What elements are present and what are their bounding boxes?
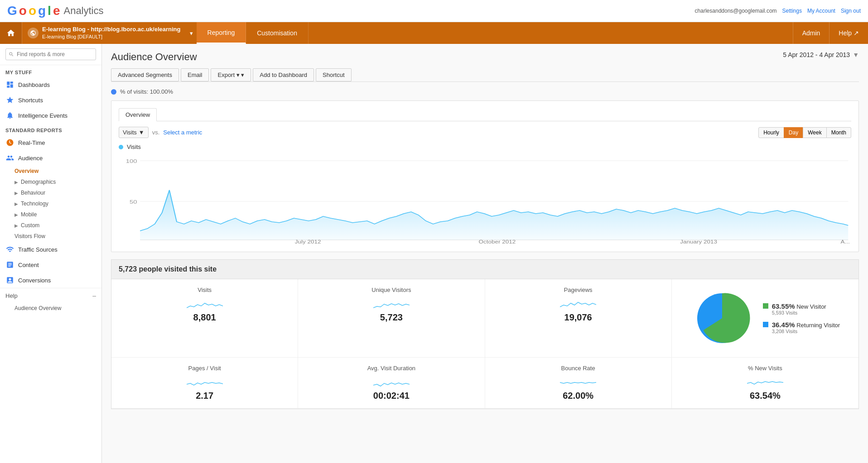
dashboards-label: Dashboards (18, 81, 50, 88)
chevron-icon: ▶ (14, 212, 18, 217)
sidebar-item-traffic-sources[interactable]: Traffic Sources (0, 242, 101, 257)
metric-dropdown-arrow: ▼ (139, 129, 145, 136)
behaviour-label: Behaviour (21, 190, 45, 196)
standard-reports-label: STANDARD REPORTS (0, 123, 101, 135)
pie-legend-returning-visitor: 36.45% Returning Visitor 3,208 Visits (763, 321, 840, 334)
avg-duration-sparkline-svg (373, 376, 410, 389)
tab-overview[interactable]: Overview (119, 108, 157, 121)
mobile-label: Mobile (21, 211, 37, 218)
search-input[interactable] (5, 48, 96, 60)
stat-new-visits: % New Visits 63.54% (672, 358, 858, 409)
nav-right-buttons: Admin Help ↗ (793, 22, 868, 44)
home-button[interactable] (0, 22, 22, 44)
unique-visitors-sparkline-svg (373, 298, 410, 310)
stat-bounce-rate-value: 62.00% (492, 391, 664, 401)
time-buttons: Hourly Day Week Month (759, 127, 851, 138)
time-week[interactable]: Week (803, 127, 826, 138)
email-button[interactable]: Email (181, 68, 209, 81)
metric-select-dropdown[interactable]: Visits ▼ (119, 127, 149, 138)
conversions-label: Conversions (18, 277, 51, 284)
date-range-selector[interactable]: 5 Apr 2012 - 4 Apr 2013 ▼ (783, 51, 859, 58)
account-dropdown-button[interactable]: ▾ (186, 22, 197, 44)
content-label: Content (18, 262, 39, 268)
time-day[interactable]: Day (784, 127, 803, 138)
chart-svg-wrapper: 100 50 (119, 154, 851, 244)
demographics-label: Demographics (21, 179, 56, 185)
sidebar-item-shortcuts[interactable]: Shortcuts (0, 92, 101, 108)
sidebar-sub-technology[interactable]: ▶ Technology (0, 198, 101, 209)
account-site: E-learning Blog - http://blog.lboro.ac.u… (42, 26, 181, 33)
new-visitor-visits: 5,593 Visits (772, 310, 826, 315)
sidebar: MY STUFF Dashboards Shortcuts Intelligen… (0, 44, 102, 463)
stat-unique-visitors-label: Unique Visitors (305, 286, 477, 293)
select-metric-link[interactable]: Select a metric (163, 129, 202, 136)
admin-button[interactable]: Admin (793, 22, 829, 44)
pageviews-sparkline-svg (560, 298, 596, 310)
segment-dot (111, 89, 116, 95)
content-area: Audience Overview 5 Apr 2012 - 4 Apr 201… (102, 44, 868, 463)
tab-customisation[interactable]: Customisation (246, 22, 309, 44)
nav-tabs: Reporting Customisation (197, 22, 309, 44)
sidebar-sub-behaviour[interactable]: ▶ Behaviour (0, 187, 101, 198)
page-header: Audience Overview 5 Apr 2012 - 4 Apr 201… (111, 51, 859, 63)
sidebar-help-audience-overview[interactable]: Audience Overview (0, 303, 101, 314)
tab-reporting[interactable]: Reporting (197, 22, 246, 44)
sidebar-item-conversions[interactable]: Conversions (0, 272, 101, 288)
logo-letter-g2: g (38, 4, 46, 18)
overview-label: Overview (14, 168, 39, 174)
collapse-icon[interactable]: – (92, 292, 96, 299)
sidebar-item-audience[interactable]: Audience (0, 150, 101, 166)
sidebar-sub-mobile[interactable]: ▶ Mobile (0, 209, 101, 220)
new-visitor-text: 63.55% New Visitor 5,593 Visits (772, 302, 826, 315)
main-layout: MY STUFF Dashboards Shortcuts Intelligen… (0, 44, 868, 463)
add-to-dashboard-button[interactable]: Add to Dashboard (253, 68, 314, 81)
stat-visits: Visits 8,801 (111, 279, 298, 358)
dashboard-icon (5, 80, 14, 89)
chevron-icon: ▶ (14, 191, 18, 196)
stat-unique-visitors-sparkline (305, 297, 477, 310)
new-visitor-pct: 63.55% (772, 302, 795, 310)
top-right-nav: charlesanddons@googlemail.com Settings M… (695, 8, 861, 14)
advanced-segments-button[interactable]: Advanced Segments (111, 68, 179, 81)
time-hourly[interactable]: Hourly (758, 127, 784, 138)
sidebar-sub-overview[interactable]: Overview (0, 166, 101, 177)
sidebar-sub-demographics[interactable]: ▶ Demographics (0, 177, 101, 187)
help-button[interactable]: Help ↗ (829, 22, 868, 44)
home-icon (6, 29, 15, 38)
account-selector[interactable]: E-learning Blog - http://blog.lboro.ac.u… (22, 22, 186, 44)
export-button[interactable]: Export ▾ (211, 68, 251, 81)
logo: G o o g l e Analytics (7, 4, 104, 18)
custom-label: Custom (21, 222, 39, 229)
svg-text:October 2012: October 2012 (479, 239, 516, 244)
my-account-link[interactable]: My Account (807, 8, 835, 14)
sidebar-item-realtime[interactable]: Real-Time (0, 135, 101, 150)
chart-controls: Visits ▼ vs. Select a metric Hourly Day … (119, 127, 851, 138)
stat-pageviews: Pageviews 19,076 (485, 279, 672, 358)
chevron-icon: ▶ (14, 223, 18, 228)
conversions-icon (5, 276, 14, 285)
stat-pages-visit-value: 2.17 (119, 391, 290, 401)
chart-legend: Visits (119, 143, 851, 150)
account-globe-icon (28, 28, 39, 38)
date-range-text: 5 Apr 2012 - 4 Apr 2013 (783, 51, 850, 58)
page-title: Audience Overview (111, 51, 197, 63)
nav-spacer (309, 22, 793, 44)
sidebar-sub-visitors-flow[interactable]: Visitors Flow (0, 231, 101, 242)
stat-new-visits-label: % New Visits (679, 365, 851, 372)
chart-svg: 100 50 (119, 154, 851, 244)
intelligence-icon (5, 111, 14, 120)
sidebar-sub-custom[interactable]: ▶ Custom (0, 220, 101, 231)
shortcut-button[interactable]: Shortcut (316, 68, 351, 81)
sign-out-link[interactable]: Sign out (841, 8, 861, 14)
audience-icon (5, 153, 14, 162)
globe-icon (30, 30, 36, 36)
stat-pageviews-sparkline (492, 297, 664, 310)
stat-bounce-rate-label: Bounce Rate (492, 365, 664, 372)
sidebar-item-intelligence[interactable]: Intelligence Events (0, 108, 101, 123)
sidebar-item-dashboards[interactable]: Dashboards (0, 77, 101, 92)
top-header: G o o g l e Analytics charlesanddons@goo… (0, 0, 868, 22)
stat-visits-label: Visits (119, 286, 290, 293)
time-month[interactable]: Month (826, 127, 851, 138)
sidebar-item-content[interactable]: Content (0, 257, 101, 272)
settings-link[interactable]: Settings (782, 8, 802, 14)
